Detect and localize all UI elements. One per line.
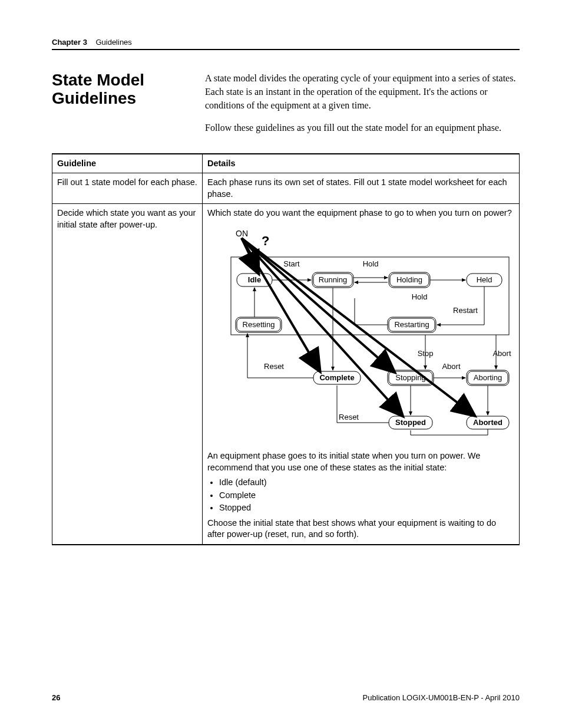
row1-guideline: Fill out 1 state model for each phase. [52,173,203,204]
state-aborting: Aborting [467,370,509,386]
svg-text:Complete: Complete [319,373,354,382]
svg-text:Aborted: Aborted [473,418,503,427]
bullet-complete: Complete [219,490,514,502]
row2-intro: Which state do you want the equipment ph… [207,207,514,219]
state-held: Held [467,274,502,286]
state-complete: Complete [313,371,361,384]
question-mark-icon: ? [262,233,269,248]
transition-reset-bottom: Reset [339,413,359,421]
row2-after-diagram: An equipment phase goes to its initial s… [207,450,514,473]
bullet-idle: Idle (default) [219,477,514,489]
bullet-stopped: Stopped [219,502,514,514]
svg-text:Resetting: Resetting [243,320,275,329]
transition-reset-left: Reset [264,362,284,371]
intro-paragraph-2: Follow these guidelines as you fill out … [205,121,520,134]
svg-text:Restarting: Restarting [394,320,429,329]
row2-details: Which state do you want the equipment ph… [203,204,520,545]
th-details: Details [203,154,520,173]
transition-abort-mid: Abort [442,362,460,371]
svg-text:Idle: Idle [248,275,261,284]
initial-state-bullets: Idle (default) Complete Stopped [219,477,514,514]
transition-hold-mid: Hold [412,292,428,301]
running-header: Chapter 3 Guidelines [52,38,520,47]
th-guideline: Guideline [52,154,203,173]
state-running: Running [312,272,353,288]
publication-info: Publication LOGIX-UM001B-EN-P - April 20… [363,693,520,702]
chapter-label: Chapter 3 [52,38,87,47]
state-resetting: Resetting [236,317,282,332]
transition-restart: Restart [453,306,478,315]
row1-details: Each phase runs its own set of states. F… [203,173,520,204]
svg-line-54 [242,238,394,371]
intro-paragraph-1: A state model divides the operating cycl… [205,71,520,113]
transition-stop: Stop [418,349,434,358]
svg-line-52 [242,238,319,370]
state-stopped: Stopped [389,416,432,429]
svg-text:Held: Held [477,275,492,284]
state-aborted: Aborted [467,416,509,429]
svg-text:Stopped: Stopped [395,418,426,427]
transition-start: Start [283,259,300,268]
header-rule [52,49,520,50]
state-diagram: ON ? Idle Running Holding Held Resetting… [207,228,514,440]
state-holding: Holding [389,272,430,288]
transition-hold-top: Hold [363,259,379,268]
guidelines-table: Guideline Details Fill out 1 state model… [52,153,520,545]
svg-text:Aborting: Aborting [474,373,502,382]
section-title: State Model Guidelines [52,71,187,143]
svg-text:Running: Running [319,275,347,284]
row2-guideline: Decide which state you want as your init… [52,204,203,545]
on-label: ON [236,229,248,238]
page-number: 26 [52,693,60,702]
transition-abort-right: Abort [492,349,511,358]
row2-closing: Choose the initial state that best shows… [207,518,514,541]
svg-text:Holding: Holding [396,275,422,284]
state-restarting: Restarting [388,317,436,332]
chapter-title: Guidelines [95,38,131,47]
